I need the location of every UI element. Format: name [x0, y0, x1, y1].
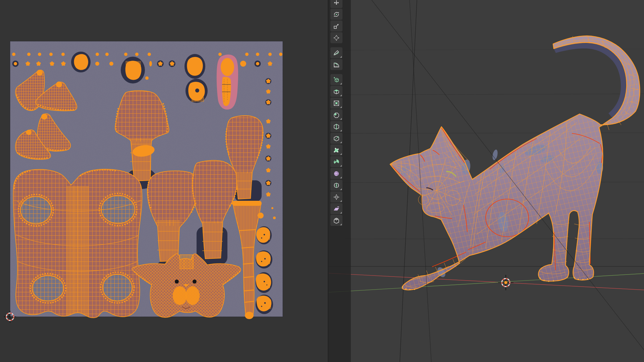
tool-spin-button[interactable]	[330, 156, 342, 167]
tool-extrude-region-button[interactable]	[330, 86, 342, 97]
add-cube-icon	[333, 76, 340, 83]
tool-add-cube-button[interactable]	[330, 74, 342, 85]
bevel-icon	[333, 111, 340, 119]
tool-smooth-button[interactable]	[330, 168, 342, 179]
spin-icon	[333, 158, 340, 166]
viewport-toolbar	[330, 0, 343, 226]
rip-region-icon	[333, 217, 340, 224]
tool-rotate-button[interactable]	[330, 9, 342, 20]
tool-poly-build-button[interactable]	[330, 144, 342, 156]
uv-island-pink-patch[interactable]	[217, 55, 238, 110]
shrink-fatten-icon	[333, 193, 340, 201]
shear-icon	[333, 205, 340, 213]
uv-island-body[interactable]	[13, 168, 144, 319]
transform-icon	[333, 34, 340, 42]
blender-window	[0, 0, 644, 362]
tool-shrink-fatten-button[interactable]	[330, 191, 342, 202]
tool-edge-slide-button[interactable]	[330, 180, 342, 191]
tool-shear-button[interactable]	[330, 203, 342, 214]
tool-rip-region-button[interactable]	[330, 215, 342, 226]
tool-inset-faces-button[interactable]	[330, 98, 342, 109]
smooth-icon	[333, 170, 340, 177]
uv-image-editor-pane	[0, 0, 328, 362]
measure-icon	[333, 61, 340, 68]
tool-transform-button[interactable]	[330, 32, 342, 43]
tool-annotate-button[interactable]	[330, 47, 342, 58]
tool-loop-cut-button[interactable]	[330, 121, 342, 132]
rotate-icon	[333, 11, 340, 18]
inset-faces-icon	[333, 100, 340, 107]
edge-slide-icon	[333, 182, 340, 189]
knife-icon	[333, 135, 340, 142]
tool-bevel-button[interactable]	[330, 109, 342, 120]
tool-measure-button[interactable]	[330, 59, 342, 70]
tool-scale-button[interactable]	[330, 20, 342, 32]
tool-move-button[interactable]	[330, 0, 342, 8]
scale-icon	[333, 22, 340, 30]
poly-build-icon	[333, 146, 340, 154]
3d-viewport-pane[interactable]	[329, 0, 644, 362]
extrude-region-icon	[333, 88, 340, 95]
loop-cut-icon	[333, 123, 340, 130]
tool-knife-button[interactable]	[330, 133, 342, 144]
annotate-icon	[333, 49, 340, 57]
move-icon	[333, 0, 340, 6]
